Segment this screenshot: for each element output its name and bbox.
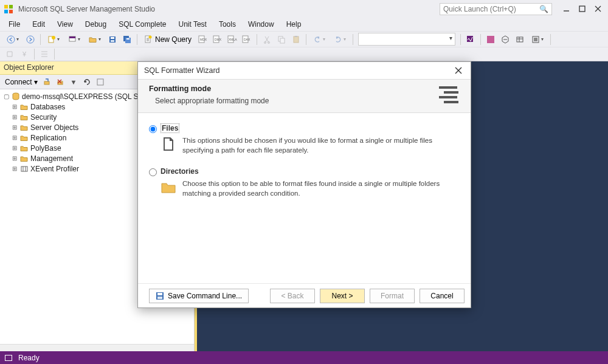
folder-icon (19, 103, 29, 111)
save-all-button[interactable] (120, 33, 134, 46)
expand-icon[interactable]: ⊞ (11, 165, 18, 172)
dmx-query-button[interactable]: DMX (211, 33, 224, 46)
cancel-button[interactable]: Cancel (420, 289, 465, 303)
svg-rect-66 (157, 293, 162, 295)
xevent-icon (19, 165, 29, 173)
menu-view[interactable]: View (51, 19, 79, 30)
svg-rect-37 (294, 36, 299, 43)
connect-button[interactable]: Connect ▾ (2, 78, 40, 86)
svg-point-8 (7, 36, 15, 43)
sql-btn-3[interactable] (38, 47, 51, 61)
svg-rect-38 (295, 36, 297, 37)
open-folder-button[interactable]: ▾ (85, 33, 105, 46)
svg-rect-40 (487, 36, 494, 43)
expand-icon[interactable]: ⊞ (11, 103, 18, 110)
dialog-header-subtitle: Select appropriate formatting mode (149, 97, 433, 105)
menu-help[interactable]: Help (280, 19, 308, 30)
folder-icon (19, 134, 29, 142)
new-query-button[interactable]: New Query (140, 33, 196, 46)
ext-button-4[interactable]: ▾ (528, 33, 547, 46)
svg-text:DAX: DAX (244, 38, 250, 41)
expand-icon[interactable]: ⊞ (11, 145, 18, 151)
ext-button-2[interactable] (499, 33, 512, 46)
option-directories-desc: Choose this option to be able to format … (182, 179, 460, 198)
oe-refresh-icon[interactable] (81, 76, 93, 88)
menu-window[interactable]: Window (242, 19, 280, 30)
minimize-button[interactable] (559, 4, 573, 15)
dax-query-button[interactable]: DAX (240, 33, 254, 46)
menu-tools[interactable]: Tools (213, 19, 242, 30)
option-files-desc: This options should be chosen if you wou… (182, 136, 460, 155)
option-files[interactable]: Files This options should be chosen if y… (149, 124, 460, 155)
search-icon: 🔍 (539, 5, 548, 13)
oe-connect-icon[interactable] (41, 76, 53, 88)
next-button[interactable]: Next > (320, 289, 365, 303)
expand-icon[interactable]: ⊞ (11, 155, 18, 162)
nav-forward-button[interactable] (24, 33, 37, 46)
collapse-icon[interactable]: ▢ (2, 93, 10, 100)
menu-sqlcomplete[interactable]: SQL Complete (112, 19, 172, 30)
svg-rect-16 (111, 40, 114, 42)
menu-debug[interactable]: Debug (79, 19, 112, 30)
close-button[interactable] (591, 4, 604, 15)
svg-rect-1 (9, 5, 13, 9)
save-command-line-button[interactable]: Save Command Line... (149, 289, 249, 303)
svg-rect-0 (4, 5, 8, 9)
option-directories-radio[interactable] (149, 168, 157, 176)
xmla-query-button[interactable]: XMLA (226, 33, 239, 46)
maximize-button[interactable] (575, 4, 589, 15)
option-directories[interactable]: Directories Choose this option to be abl… (149, 167, 460, 198)
expand-icon[interactable]: ⊞ (11, 134, 18, 141)
svg-rect-39 (467, 36, 473, 42)
svg-rect-64 (444, 101, 458, 103)
sql-btn-2[interactable]: ¥ (18, 47, 31, 61)
app-icon (4, 4, 13, 14)
oe-disconnect-icon[interactable] (54, 76, 66, 88)
new-item-button[interactable]: ▾ (44, 33, 63, 46)
status-window-icon (5, 355, 12, 361)
horizontal-scrollbar[interactable] (0, 344, 194, 351)
undo-button[interactable]: ▾ (309, 33, 329, 46)
dialog-close-button[interactable] (452, 64, 465, 77)
format-button[interactable]: Format (370, 289, 415, 303)
tree-label: XEvent Profiler (30, 165, 79, 173)
svg-rect-67 (157, 297, 162, 299)
open-project-button[interactable]: ▾ (64, 33, 84, 46)
svg-rect-50 (44, 81, 49, 84)
svg-rect-5 (579, 6, 585, 12)
back-button[interactable]: < Back (270, 289, 315, 303)
copy-button[interactable] (275, 33, 288, 46)
redo-button[interactable]: ▾ (330, 33, 350, 46)
svg-point-11 (52, 36, 55, 39)
save-button[interactable] (106, 33, 119, 46)
oe-stop-icon[interactable] (94, 76, 106, 88)
activity-monitor-button[interactable] (464, 33, 477, 46)
paste-button[interactable] (289, 33, 303, 46)
svg-rect-15 (111, 37, 114, 39)
menu-unittest[interactable]: Unit Test (172, 19, 212, 30)
oe-filter-icon[interactable]: ▼ (67, 76, 80, 88)
option-files-radio[interactable] (149, 125, 157, 133)
cut-button[interactable] (260, 33, 274, 46)
quick-launch-input[interactable]: Quick Launch (Ctrl+Q) 🔍 (440, 3, 552, 15)
expand-icon[interactable]: ⊞ (11, 114, 18, 120)
new-query-label: New Query (155, 35, 192, 44)
option-files-label: Files (161, 123, 179, 133)
tree-label: PolyBase (30, 144, 61, 153)
svg-rect-19 (126, 38, 130, 39)
database-combo[interactable] (358, 33, 455, 46)
ext-button-3[interactable] (513, 33, 527, 46)
mdx-query-button[interactable]: MDX (196, 33, 210, 46)
sql-toolbar: ¥ (0, 47, 608, 61)
menu-edit[interactable]: Edit (26, 19, 51, 30)
svg-rect-3 (9, 10, 13, 13)
menu-file[interactable]: File (2, 19, 26, 30)
ext-button-1[interactable] (484, 33, 497, 46)
sql-btn-1[interactable] (3, 47, 16, 61)
folder-icon (19, 154, 29, 163)
tree-label: Server Objects (30, 123, 78, 132)
nav-back-button[interactable]: ▾ (3, 33, 22, 46)
svg-rect-62 (444, 91, 458, 94)
status-text: Ready (18, 354, 40, 362)
expand-icon[interactable]: ⊞ (11, 124, 18, 131)
